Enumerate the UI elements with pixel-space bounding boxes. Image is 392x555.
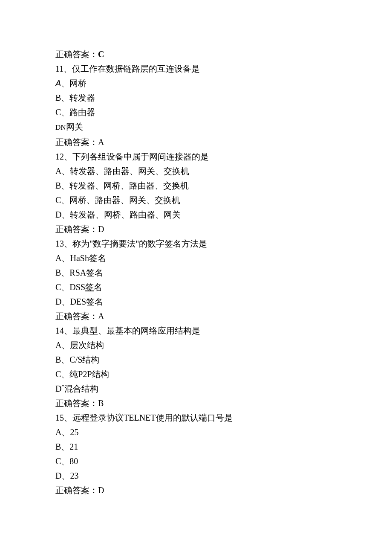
q11-stem: 11、仅工作在数据链路层的互连设备是 xyxy=(55,61,337,76)
option-text: 网关 xyxy=(66,122,83,131)
option-prefix: D xyxy=(55,123,61,131)
q15-option-c: C、80 xyxy=(55,454,337,468)
q15-option-d: D、23 xyxy=(55,468,337,483)
q14-option-c: C、纯P2P结构 xyxy=(55,367,337,381)
q14-option-d: Dˆ混合结构 xyxy=(55,381,337,396)
q11-option-d: DN网关 xyxy=(55,119,337,135)
q12-option-c: C、网桥、路由器、网关、交换机 xyxy=(55,193,337,207)
q11-option-a: A、网桥 xyxy=(55,76,337,90)
q11-answer: 正确答案：A xyxy=(55,135,337,149)
option-text: 、网桥 xyxy=(61,78,86,88)
answer-value: C xyxy=(98,49,104,59)
q13-option-d: D、DES签名 xyxy=(55,294,337,309)
q11-option-b: B、转发器 xyxy=(55,90,337,105)
q15-option-b: B、21 xyxy=(55,439,337,454)
option-prefix: A xyxy=(55,78,61,88)
q11-option-c: C、路由器 xyxy=(55,105,337,119)
q13-answer: 正确答案：A xyxy=(55,309,337,323)
q13-option-b: B、RSA签名 xyxy=(55,265,337,280)
q12-stem: 12、下列各组设备中属于网间连接器的是 xyxy=(55,149,337,164)
option-text-underline: 签 xyxy=(85,282,94,292)
q12-option-d: D、转发器、网桥、路由器、网关 xyxy=(55,207,337,222)
q14-answer: 正确答案：B xyxy=(55,396,337,410)
q14-option-a: A、层次结构 xyxy=(55,338,337,352)
q14-option-b: B、C/S结构 xyxy=(55,352,337,367)
q15-option-a: A、25 xyxy=(55,425,337,439)
q15-answer: 正确答案：D xyxy=(55,483,337,497)
option-text-suf: 名 xyxy=(94,282,102,292)
option-prefix: D xyxy=(55,384,61,393)
option-text: 混合结构 xyxy=(64,384,98,393)
answer-label: 正确答案： xyxy=(55,49,98,59)
document-page: 正确答案：C 11、仅工作在数据链路层的互连设备是 A、网桥 B、转发器 C、路… xyxy=(0,0,392,497)
q13-stem: 13、称为"数字摘要法"的数字签名方法是 xyxy=(55,236,337,251)
q15-stem: 15、远程登录协议TELNET使用的默认端口号是 xyxy=(55,410,337,425)
q14-stem: 14、最典型、最基本的网络应用结构是 xyxy=(55,323,337,338)
q13-option-a: A、HaSh签名 xyxy=(55,251,337,265)
option-text-pre: C、DSS xyxy=(55,282,85,292)
q13-option-c: C、DSS签名 xyxy=(55,280,337,294)
q12-option-a: A、转发器、路由器、网关、交换机 xyxy=(55,164,337,178)
q12-option-b: B、转发器、网桥、路由器、交换机 xyxy=(55,178,337,193)
q12-answer: 正确答案：D xyxy=(55,222,337,236)
q10-answer: 正确答案：C xyxy=(55,47,337,61)
